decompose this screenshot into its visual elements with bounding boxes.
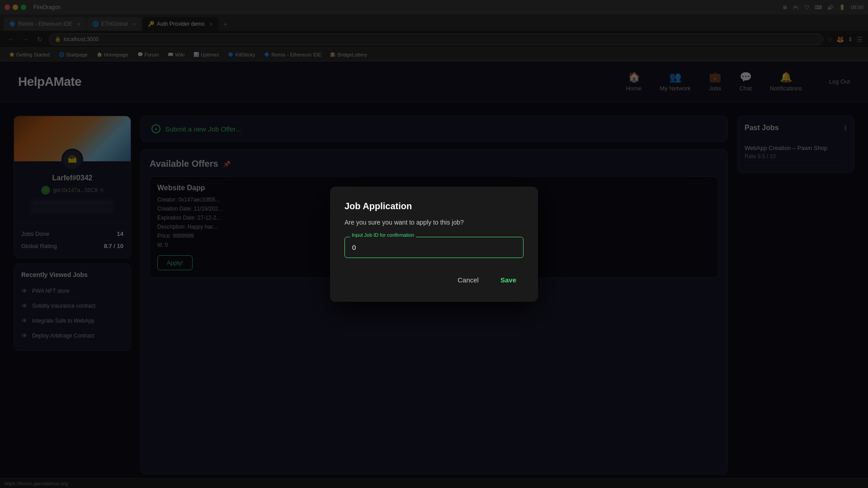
modal-title: Job Application [344,201,524,211]
modal-question: Are you sure you want to apply to this j… [344,219,524,226]
job-id-input[interactable] [344,237,524,258]
job-application-modal: Job Application Are you sure you want to… [330,187,538,302]
modal-actions: Cancel Save [344,272,524,287]
cancel-button[interactable]: Cancel [450,272,486,287]
modal-overlay: Job Application Are you sure you want to… [0,0,868,488]
input-group: Input Job ID for confirmation [344,237,524,258]
input-label: Input Job ID for confirmation [350,232,416,238]
app-container: HelpAMate 🏠 Home 👥 My Network 💼 Jobs 💬 C… [0,61,868,488]
save-button[interactable]: Save [493,272,524,287]
